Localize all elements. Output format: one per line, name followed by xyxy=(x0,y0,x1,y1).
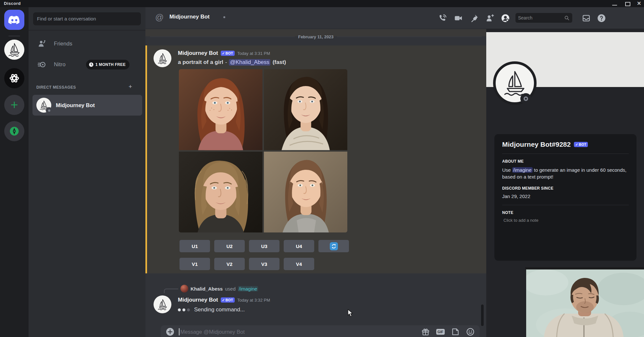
home-button[interactable] xyxy=(4,10,24,30)
message-input-bar: GIF xyxy=(161,325,480,337)
rail-divider xyxy=(8,36,20,36)
member-since-label: DISCORD MEMBER SINCE xyxy=(502,186,629,191)
message-list: February 11, 2023 Midjourney Bot ✓ BOT T… xyxy=(145,29,486,337)
webcam-overlay xyxy=(526,269,644,337)
reply-author[interactable]: Khalid_Abess xyxy=(191,286,223,292)
message-input[interactable] xyxy=(180,329,415,335)
chat-header: @ Midjourney Bot Search xyxy=(145,7,644,29)
friends-icon xyxy=(38,40,46,48)
profile-name-tag: Midjourney Bot#9282 xyxy=(502,141,571,148)
title-bar: Discord ✕ xyxy=(0,0,644,7)
generated-portrait-1[interactable] xyxy=(179,69,263,150)
separator: - xyxy=(225,59,227,66)
profile-divider xyxy=(502,154,629,154)
plus-icon xyxy=(10,101,19,109)
start-voice-call-icon[interactable] xyxy=(438,14,447,22)
upscale-button-u3[interactable]: U3 xyxy=(249,240,279,252)
chat-scrollbar-thumb[interactable] xyxy=(481,305,484,326)
note-label: NOTE xyxy=(502,210,629,215)
at-icon: @ xyxy=(155,12,164,22)
user-profile-panel: Midjourney Bot#9282 ✓ BOT ABOUT ME Use /… xyxy=(486,29,644,337)
member-since-value: Jan 29, 2022 xyxy=(502,193,629,199)
reply-user-avatar[interactable] xyxy=(180,285,188,293)
clock-icon xyxy=(89,62,94,67)
author-name[interactable]: Midjourney Bot xyxy=(178,50,218,56)
gift-icon[interactable] xyxy=(421,328,430,336)
variation-button-v2[interactable]: V2 xyxy=(214,258,245,270)
imagine-command-link[interactable]: /imagine xyxy=(512,167,533,173)
message-header: Midjourney Bot ✓ BOT Today at 3:32 PM xyxy=(178,297,270,303)
bot-avatar[interactable] xyxy=(154,295,171,313)
message-timestamp: Today at 3:32 PM xyxy=(237,298,270,303)
chat-search-box[interactable]: Search xyxy=(515,13,572,23)
date-divider: February 11, 2023 xyxy=(150,34,482,40)
chat-search-placeholder: Search xyxy=(518,15,564,20)
generated-portrait-3[interactable] xyxy=(179,152,263,233)
reroll-button[interactable] xyxy=(318,240,349,252)
upscale-button-u2[interactable]: U2 xyxy=(214,240,245,252)
sailboat-icon xyxy=(156,298,169,311)
channel-status-icon xyxy=(223,16,225,18)
conversation-search-button[interactable]: Find or start a conversation xyxy=(33,12,141,25)
server-item-midjourney[interactable] xyxy=(4,40,24,60)
sidebar-item-friends[interactable]: Friends xyxy=(32,36,142,51)
openai-logo-icon xyxy=(8,72,20,84)
create-dm-button[interactable]: + xyxy=(129,83,132,90)
author-name[interactable]: Midjourney Bot xyxy=(178,297,218,303)
help-icon[interactable] xyxy=(597,14,606,22)
upscale-button-u4[interactable]: U4 xyxy=(284,240,314,252)
generated-portrait-4[interactable] xyxy=(264,152,348,233)
start-video-call-icon[interactable] xyxy=(454,14,463,22)
variation-button-v4[interactable]: V4 xyxy=(284,258,314,270)
sticker-icon[interactable] xyxy=(451,328,460,336)
typing-dot xyxy=(178,308,181,311)
dm-item-label: Midjourney Bot xyxy=(56,102,95,108)
sending-command-text: Sending command... xyxy=(194,306,245,313)
sailboat-icon xyxy=(6,41,23,58)
sidebar-divider xyxy=(29,30,145,31)
upscale-button-u1[interactable]: U1 xyxy=(180,240,210,252)
slash-command-link[interactable]: /imagine xyxy=(238,286,258,292)
nitro-label: Nitro xyxy=(54,61,66,68)
typing-dot xyxy=(182,308,185,311)
user-profile-toggle-icon[interactable] xyxy=(501,14,510,22)
reply-action: used xyxy=(225,286,236,292)
webcam-border xyxy=(525,267,644,269)
variation-button-row: V1 V2 V3 V4 xyxy=(180,258,314,270)
dm-avatar xyxy=(36,98,51,113)
bot-avatar[interactable] xyxy=(154,49,171,67)
user-mention[interactable]: @Khalid_Abess xyxy=(229,59,270,66)
message-content: a portrait of a girl - @Khalid_Abess (fa… xyxy=(178,59,286,66)
maximize-button[interactable] xyxy=(625,2,630,6)
gif-picker-button[interactable]: GIF xyxy=(436,329,445,335)
dm-section-header[interactable]: DIRECT MESSAGES xyxy=(36,85,76,90)
attach-file-icon[interactable] xyxy=(166,328,174,336)
add-server-button[interactable] xyxy=(4,95,24,115)
note-input[interactable]: Click to add a note xyxy=(502,218,629,223)
server-item-openai[interactable] xyxy=(4,68,24,88)
discord-logo-icon xyxy=(8,15,20,25)
generated-portrait-2[interactable] xyxy=(264,69,348,150)
bot-check-icon: ✓ xyxy=(222,51,225,55)
generated-image-grid[interactable] xyxy=(179,69,347,232)
sidebar-item-nitro[interactable]: Nitro 1 MONTH FREE xyxy=(32,57,142,72)
prompt-text: a portrait of a girl xyxy=(178,59,223,66)
refresh-icon xyxy=(330,242,338,250)
search-icon xyxy=(564,15,570,21)
typing-dot xyxy=(187,308,190,311)
inbox-icon[interactable] xyxy=(582,14,590,22)
pinned-messages-icon[interactable] xyxy=(470,14,478,22)
close-button[interactable]: ✕ xyxy=(637,0,642,4)
dm-item-midjourney-bot[interactable]: Midjourney Bot xyxy=(32,95,142,116)
discord-window: Discord ✕ Find or start a conversation xyxy=(0,0,644,337)
upscale-button-row: U1 U2 U3 U4 xyxy=(180,240,349,252)
message-header: Midjourney Bot ✓ BOT Today at 3:31 PM xyxy=(178,50,270,56)
message-timestamp: Today at 3:31 PM xyxy=(237,51,270,56)
explore-servers-button[interactable] xyxy=(4,121,24,141)
emoji-icon[interactable] xyxy=(466,328,475,336)
minimize-button[interactable] xyxy=(612,2,617,6)
variation-button-v3[interactable]: V3 xyxy=(249,258,279,270)
variation-button-v1[interactable]: V1 xyxy=(180,258,210,270)
add-friends-to-dm-icon[interactable] xyxy=(486,14,494,22)
profile-offline-status-icon xyxy=(520,93,531,104)
